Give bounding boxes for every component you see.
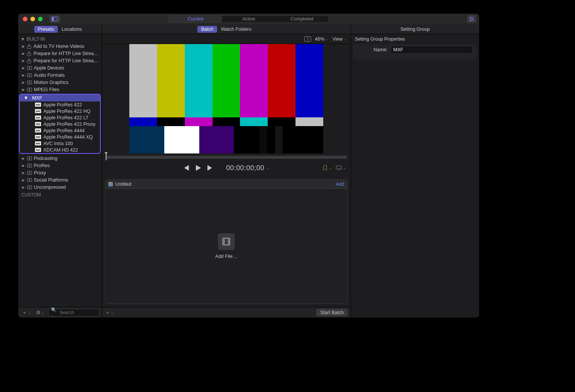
chevron-down-icon: ⌄: [326, 37, 329, 41]
preset-item[interactable]: MXFApple ProRes 422 Proxy: [20, 121, 100, 127]
preset-label: Apple ProRes 422: [43, 102, 82, 107]
preset-label: Proxy: [34, 170, 46, 176]
preset-item[interactable]: ▶Add to TV Home Videos: [18, 43, 102, 50]
preset-group-mxf[interactable]: ▼MXF: [20, 95, 100, 101]
preset-item[interactable]: MXFApple ProRes 422: [20, 101, 100, 108]
preset-label: Add to TV Home Videos: [33, 43, 84, 49]
segment-current[interactable]: Current: [169, 16, 222, 22]
preset-group[interactable]: ▶Podcasting: [18, 155, 102, 162]
marker-menu[interactable]: ⌄: [322, 165, 332, 171]
mxf-icon: MXF: [35, 109, 41, 113]
preset-label: MXF: [32, 95, 42, 101]
search-icon: 🔍⌄: [51, 307, 58, 318]
name-input[interactable]: [391, 46, 473, 54]
timeline[interactable]: [102, 153, 351, 161]
bookmark-icon: [322, 165, 328, 171]
svg-rect-11: [336, 166, 342, 169]
add-file-button[interactable]: [218, 233, 235, 250]
next-button[interactable]: [207, 164, 214, 171]
segment-completed[interactable]: Completed: [275, 16, 329, 22]
display-icon: [336, 166, 342, 170]
inspector-toggle-button[interactable]: [467, 15, 476, 23]
builtin-header[interactable]: ▼BUILT-IN: [18, 36, 102, 43]
preset-item[interactable]: MXFApple ProRes 422 LT: [20, 114, 100, 121]
toggle-sidebar-button[interactable]: [49, 15, 60, 23]
close-window-button[interactable]: [23, 17, 27, 21]
preset-label: ProRes: [34, 163, 50, 169]
preset-item[interactable]: MXFApple ProRes 4444: [20, 127, 100, 134]
action-menu-button[interactable]: ⚙⌄: [35, 310, 46, 315]
preset-label: Motion Graphics: [34, 79, 68, 85]
timecode-display[interactable]: 00:00:00;00⌄: [226, 164, 270, 172]
prev-button[interactable]: [183, 164, 189, 171]
add-job-button[interactable]: ＋⌄: [105, 309, 114, 316]
gear-icon: ⚙: [36, 310, 41, 315]
preset-group[interactable]: ▶Audio Formats: [18, 71, 102, 79]
preset-group[interactable]: ▶Uncompressed: [18, 183, 102, 191]
mxf-icon: MXF: [35, 141, 41, 145]
preset-item[interactable]: MXFXDCAM HD 422: [20, 147, 100, 153]
display-menu[interactable]: ⌄: [336, 166, 346, 170]
zoom-window-button[interactable]: [38, 17, 43, 21]
segment-active[interactable]: Active: [222, 16, 275, 22]
app-window: Current Active Completed Presets Locatio…: [18, 14, 479, 318]
timeline-track[interactable]: [106, 156, 347, 159]
timecode-value: 00:00:00;00: [226, 164, 264, 172]
batch-dropzone[interactable]: Add File…: [105, 189, 347, 303]
tab-watch-folders[interactable]: Watch Folders: [217, 26, 255, 33]
inspector-properties: Name:: [353, 44, 477, 59]
tab-presets[interactable]: Presets: [34, 26, 58, 33]
inspector-section-header: Setting Group Properties: [351, 34, 479, 44]
tab-batch[interactable]: Batch: [197, 26, 217, 33]
folder-icon: [27, 171, 32, 175]
sliders-icon: [469, 16, 474, 22]
zoom-menu[interactable]: 46%⌄: [315, 36, 329, 42]
preset-group[interactable]: ▶Social Platforms: [18, 176, 102, 183]
preset-item[interactable]: MXFApple ProRes 4444 XQ: [20, 134, 100, 140]
preset-label: Apple ProRes 4444: [43, 128, 84, 133]
preset-group[interactable]: ▶ProRes: [18, 162, 102, 169]
chevron-down-icon: ⌄: [267, 166, 270, 170]
sidebar-tabs: Presets Locations: [18, 24, 102, 34]
preview-toolbar: 46%⌄ View⌄: [102, 34, 351, 44]
sidebar: Presets Locations ▼BUILT-IN ▶Add to TV H…: [18, 24, 102, 318]
add-link[interactable]: Add: [336, 182, 344, 187]
preset-item[interactable]: MXFApple ProRes 422 HQ: [20, 108, 100, 114]
preset-item[interactable]: MXFAVC Intra 100: [20, 140, 100, 147]
preset-group[interactable]: ▶Apple Devices: [18, 64, 102, 71]
preset-group[interactable]: ▶Proxy: [18, 169, 102, 176]
preset-item[interactable]: ▶Prepare for HTTP Live Strea…: [18, 57, 102, 64]
playhead[interactable]: [106, 154, 106, 160]
mxf-icon: MXF: [35, 115, 41, 120]
custom-header[interactable]: CUSTOM: [18, 191, 102, 199]
sidebar-icon: [52, 17, 58, 21]
titlebar: Current Active Completed: [18, 14, 479, 24]
preset-tree[interactable]: ▼BUILT-IN ▶Add to TV Home Videos ▶Prepar…: [18, 34, 102, 307]
play-button[interactable]: [195, 164, 202, 171]
folder-icon: [27, 81, 32, 84]
view-menu[interactable]: View⌄: [332, 36, 347, 42]
share-icon: [27, 58, 32, 63]
preset-item[interactable]: ▶Prepare for HTTP Live Strea…: [18, 50, 102, 57]
preset-label: Apple ProRes 4444 XQ: [43, 134, 93, 140]
mxf-icon: MXF: [35, 128, 41, 133]
view-label: View: [332, 36, 343, 42]
search-field[interactable]: 🔍⌄: [48, 309, 99, 316]
window-controls: [23, 17, 43, 21]
add-preset-button[interactable]: ＋⌄: [21, 309, 32, 316]
start-batch-button[interactable]: Start Batch: [316, 309, 348, 316]
folder-icon: [27, 178, 32, 182]
minimize-window-button[interactable]: [30, 17, 35, 21]
preset-label: Apple ProRes 422 LT: [43, 115, 89, 120]
batch-header: Untitled Add: [105, 180, 347, 189]
compare-icon[interactable]: [304, 36, 311, 42]
film-icon: [222, 237, 231, 246]
main-segmented-control: Current Active Completed: [168, 15, 329, 23]
transport-controls: 00:00:00;00⌄ ⌄ ⌄: [102, 161, 351, 176]
preset-label: Apple ProRes 422 Proxy: [43, 122, 95, 127]
preset-group[interactable]: ▶Motion Graphics: [18, 79, 102, 86]
search-input[interactable]: [60, 310, 97, 315]
preset-group[interactable]: ▶MPEG Files: [18, 86, 102, 93]
share-icon: [27, 44, 32, 49]
tab-locations[interactable]: Locations: [58, 26, 86, 33]
